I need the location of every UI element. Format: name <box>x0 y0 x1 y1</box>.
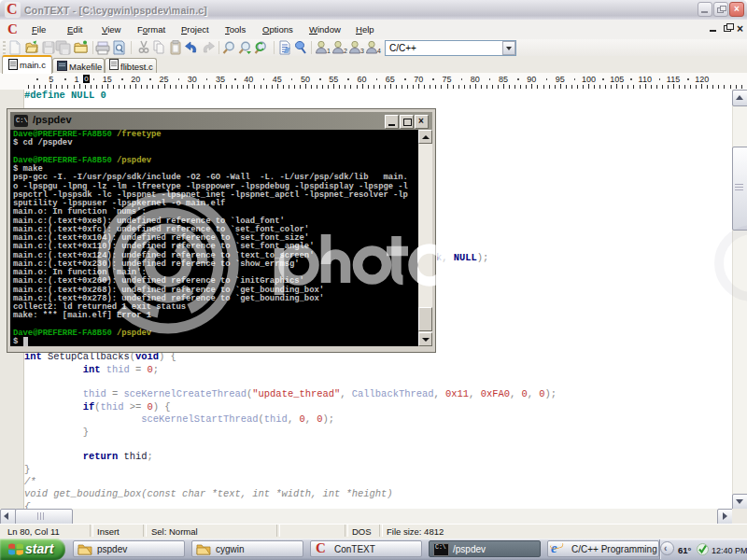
svg-text:3: 3 <box>360 48 364 54</box>
svg-text:2: 2 <box>344 48 347 54</box>
svg-text:1: 1 <box>327 48 331 54</box>
svg-text:4: 4 <box>377 48 381 54</box>
